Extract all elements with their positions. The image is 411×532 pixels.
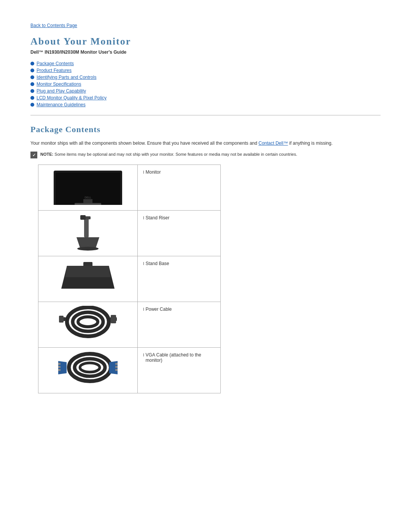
power-cable-image-cell: [38, 302, 138, 348]
svg-rect-25: [58, 366, 61, 368]
nav-link-lcd[interactable]: LCD Monitor Quality & Pixel Policy: [37, 95, 107, 101]
power-cable-label-cell: l Power Cable: [138, 302, 221, 348]
svg-rect-30: [115, 369, 118, 371]
stand-riser-label-cell: l Stand Riser: [138, 211, 221, 256]
power-cable-label: Power Cable: [146, 307, 172, 312]
stand-base-label-cell: l Stand Base: [138, 256, 221, 302]
power-cable-illustration: [57, 306, 118, 338]
stand-riser-image-cell: [38, 211, 138, 256]
section-title: Package Contents: [30, 125, 381, 134]
page-title: About Your Monitor: [30, 36, 381, 47]
nav-item-specs: Monitor Specifications: [30, 81, 381, 87]
vga-cable-image-cell: [38, 348, 138, 393]
intro-paragraph: Your monitor ships with all the componen…: [30, 140, 381, 147]
svg-rect-7: [80, 215, 86, 220]
table-row: l Power Cable: [38, 302, 221, 348]
nav-link-maintenance[interactable]: Maintenance Guidelines: [37, 102, 86, 107]
svg-rect-3: [75, 203, 101, 205]
svg-rect-19: [111, 315, 116, 323]
note-icon: ✓: [30, 152, 37, 158]
svg-rect-17: [59, 316, 64, 323]
svg-point-15: [78, 317, 98, 327]
nav-link-package[interactable]: Package Contents: [37, 61, 74, 66]
nav-link-parts[interactable]: Identifying Parts and Controls: [37, 75, 96, 80]
svg-point-9: [77, 247, 99, 251]
svg-point-22: [80, 363, 100, 372]
bullet-icon: l: [143, 307, 144, 312]
stand-base-illustration: [61, 260, 115, 292]
divider: [30, 115, 381, 115]
svg-rect-26: [58, 369, 61, 371]
bullet-icon: l: [143, 170, 144, 174]
nav-item-parts: Identifying Parts and Controls: [30, 75, 381, 80]
vga-cable-illustration: [57, 351, 118, 384]
back-to-contents-link[interactable]: Back to Contents Page: [30, 23, 381, 28]
note-box: ✓ NOTE: Some items may be optional and m…: [30, 151, 381, 158]
note-text: NOTE: Some items may be optional and may…: [40, 151, 297, 158]
contact-dell-link[interactable]: Contact Dell™: [258, 141, 288, 146]
table-row: l VGA Cable (attached to the monitor): [38, 348, 221, 393]
subtitle: Dell™ IN1930/IN2030M Monitor User's Guid…: [30, 50, 381, 55]
stand-riser-label: Stand Riser: [146, 215, 170, 220]
nav-item-maintenance: Maintenance Guidelines: [30, 102, 381, 107]
monitor-label: Monitor: [146, 169, 161, 175]
monitor-image-cell: DELL: [38, 165, 138, 211]
table-row: DELL l Monitor: [38, 165, 221, 211]
nav-link-plug[interactable]: Plug and Play Capability: [37, 88, 86, 94]
monitor-label-cell: l Monitor: [138, 165, 221, 211]
bullet-icon: l: [143, 353, 144, 357]
nav-item-package: Package Contents: [30, 61, 381, 66]
nav-item-lcd: LCD Monitor Quality & Pixel Policy: [30, 95, 381, 101]
nav-list: Package Contents Product Features Identi…: [30, 61, 381, 107]
bullet-icon: l: [143, 216, 144, 220]
svg-rect-24: [58, 363, 61, 365]
svg-marker-12: [65, 266, 111, 277]
monitor-illustration: DELL: [50, 169, 126, 205]
stand-base-image-cell: [38, 256, 138, 302]
bullet-icon: l: [143, 262, 144, 266]
nav-item-plug: Plug and Play Capability: [30, 88, 381, 94]
stand-riser-illustration: [69, 214, 107, 251]
package-table: DELL l Monitor: [38, 165, 221, 393]
stand-base-label: Stand Base: [146, 261, 169, 266]
table-row: l Stand Base: [38, 256, 221, 302]
vga-cable-label-cell: l VGA Cable (attached to the monitor): [138, 348, 221, 393]
svg-text:DELL: DELL: [84, 196, 91, 199]
svg-rect-28: [115, 363, 118, 365]
table-row: l Stand Riser: [38, 211, 221, 256]
svg-rect-29: [115, 366, 118, 368]
nav-item-features: Product Features: [30, 68, 381, 73]
nav-link-features[interactable]: Product Features: [37, 68, 72, 73]
nav-link-specs[interactable]: Monitor Specifications: [37, 81, 81, 87]
vga-cable-label: VGA Cable (attached to the monitor): [146, 352, 215, 363]
